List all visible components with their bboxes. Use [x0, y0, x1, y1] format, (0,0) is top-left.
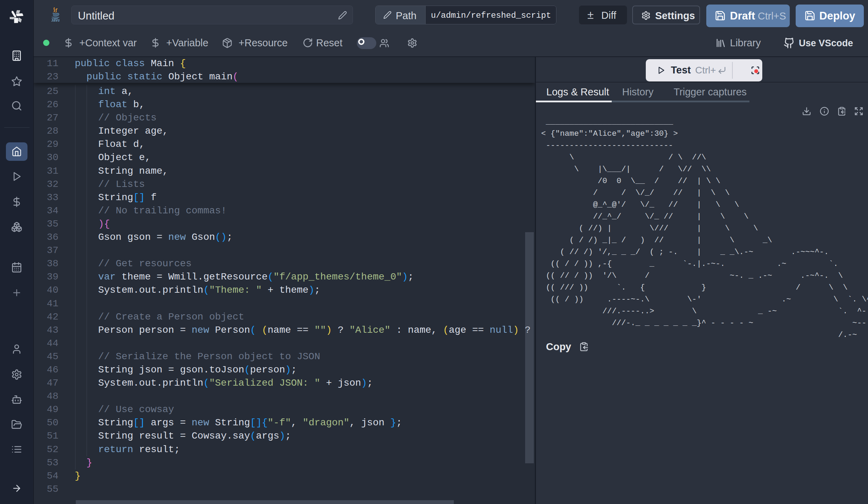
svg-text:Java: Java — [51, 18, 59, 22]
